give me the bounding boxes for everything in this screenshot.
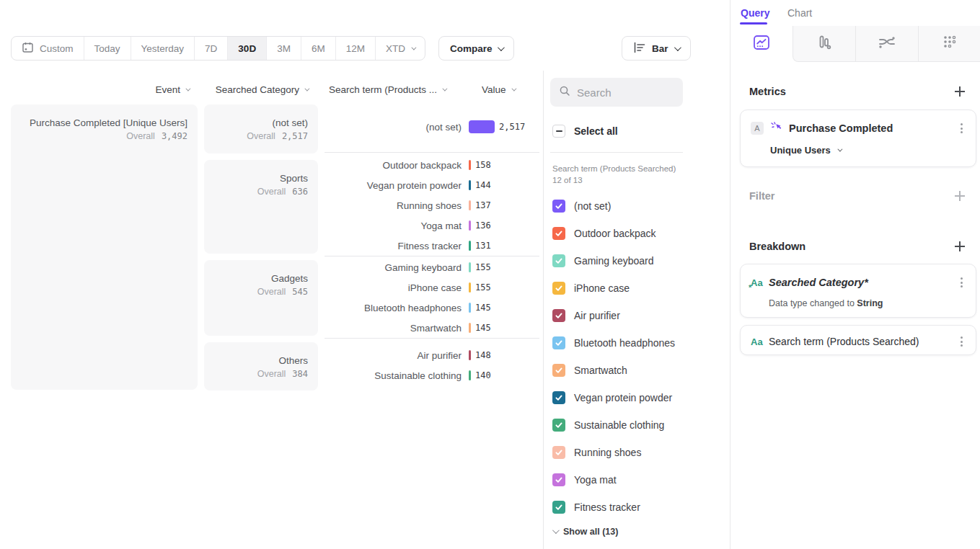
show-all-button[interactable]: Show all (13) [552,527,618,537]
add-filter-button[interactable] [954,190,966,202]
table-row[interactable]: Running shoes137 [325,195,539,215]
date-range-yesterday[interactable]: Yesterday [131,37,195,60]
value-text: 158 [475,160,491,170]
table-row[interactable]: (not set)2,517 [325,117,539,137]
date-range-3m[interactable]: 3M [267,37,301,60]
table-row[interactable]: Bluetooth headphones145 [325,298,539,318]
category-name: Gadgets [213,272,308,285]
column-header-category[interactable]: Searched Category [204,84,308,95]
category-cell[interactable]: OthersOverall384 [204,342,318,390]
date-range-custom[interactable]: Custom [12,37,84,60]
column-header-term[interactable]: Search term (Products ... [329,84,446,95]
filter-item-vegan-protein-powder[interactable]: Vegan protein powder [552,384,675,411]
breakdown-menu-kebab-icon[interactable] [958,334,966,349]
overall-label: Overall [126,131,155,141]
filter-item-outdoor-backpack[interactable]: Outdoor backpack [552,220,675,247]
date-range-label: Custom [40,43,74,54]
table-row[interactable]: Sustainable clothing140 [325,365,539,385]
breakdown-note: Data type changed to String [769,298,966,308]
breakdown-menu-kebab-icon[interactable] [958,274,966,290]
category-cell[interactable]: SportsOverall636 [204,160,318,254]
term-label: Yoga mat [325,220,462,231]
term-group-section: Air purifier148Sustainable clothing140 [325,339,539,393]
value-bar [469,120,495,133]
date-range-12m[interactable]: 12M [336,37,376,60]
checkbox-checked-icon [552,227,565,240]
table-row[interactable]: Smartwatch145 [325,318,539,338]
date-range-label: 7D [205,43,217,54]
filter-item--not-set-[interactable]: (not set) [552,192,675,220]
metric-menu-kebab-icon[interactable] [958,120,966,136]
category-overall: Overall2,517 [213,131,308,141]
breakdown-card-searched-category[interactable]: Aa* Searched Category* Data type changed… [740,264,976,318]
table-row[interactable]: Fitness tracker131 [325,236,539,256]
filter-item-gaming-keyboard[interactable]: Gaming keyboard [552,247,675,274]
date-range-toolbar: CustomTodayYesterday7D30D3M6M12MXTD Comp… [11,36,514,61]
filter-item-label: Yoga mat [574,474,617,486]
select-all-checkbox[interactable]: Select all [552,125,618,138]
overall-value: 636 [292,187,308,197]
filter-item-fitness-tracker[interactable]: Fitness tracker [552,494,675,521]
compare-button[interactable]: Compare [438,36,515,61]
term-label: Fitness tracker [325,241,462,251]
tab-flows[interactable] [855,26,918,62]
chevron-down-icon [837,147,842,152]
breakdown-card-search-term[interactable]: Aa Search term (Products Searched) [740,325,976,355]
filter-list-label: Search term (Products Searched) 12 of 13 [552,163,682,186]
table-row[interactable]: Gaming keyboard155 [325,257,539,277]
table-row[interactable]: Vegan protein powder144 [325,175,539,195]
tab-funnels[interactable] [793,26,855,62]
table-row[interactable]: Air purifier148 [325,345,539,365]
column-header-value[interactable]: Value [482,84,515,95]
date-range-today[interactable]: Today [84,37,131,60]
category-cell[interactable]: GadgetsOverall545 [204,260,318,336]
filter-checkbox-list: (not set)Outdoor backpackGaming keyboard… [552,192,675,521]
calendar-icon [22,41,34,55]
event-cell[interactable]: Purchase Completed [Unique Users] Overal… [11,104,198,390]
aggregation-dropdown[interactable]: Unique Users [770,145,966,156]
date-range-6m[interactable]: 6M [301,37,336,60]
overall-value: 3,492 [162,131,187,141]
table-row[interactable]: Yoga mat136 [325,215,539,236]
retention-icon [941,35,958,53]
category-cell[interactable]: (not set)Overall2,517 [204,104,318,153]
add-breakdown-button[interactable] [954,241,966,252]
value-bar [469,241,471,251]
term-label: iPhone case [325,282,462,293]
date-range-group: CustomTodayYesterday7D30D3M6M12MXTD [11,36,425,61]
breakdown-name: Searched Category* [769,277,868,288]
chart-type-button[interactable]: Bar [622,36,691,61]
table-row[interactable]: iPhone case155 [325,277,539,298]
insights-icon [753,35,770,53]
filter-item-bluetooth-headphones[interactable]: Bluetooth headphones [552,329,675,357]
value-text: 140 [475,370,491,380]
value-bar [469,282,471,293]
filter-item-iphone-case[interactable]: iPhone case [552,274,675,302]
term-label: (not set) [325,122,462,133]
value-text: 144 [475,180,491,190]
date-range-label: 3M [277,43,291,54]
tab-insights[interactable] [730,26,793,62]
term-group-section: Gaming keyboard155iPhone case155Bluetoot… [325,256,539,339]
search-input[interactable] [577,86,671,99]
tab-chart[interactable]: Chart [787,7,812,19]
term-label: Vegan protein powder [325,180,462,191]
column-header-event[interactable]: Event [11,84,189,95]
date-range-30d[interactable]: 30D [228,37,267,60]
add-metric-button[interactable] [954,86,966,97]
tab-retention[interactable] [918,26,980,62]
metric-card[interactable]: A Purchase Completed Unique Users [740,110,976,167]
filter-item-yoga-mat[interactable]: Yoga mat [552,466,675,494]
search-box[interactable] [550,78,683,107]
chevron-down-icon [498,44,505,51]
tab-query[interactable]: Query [741,7,769,19]
filter-item-smartwatch[interactable]: Smartwatch [552,357,675,384]
value-text: 136 [475,220,491,231]
filter-item-air-purifier[interactable]: Air purifier [552,302,675,329]
filter-item-sustainable-clothing[interactable]: Sustainable clothing [552,411,675,439]
date-range-7d[interactable]: 7D [195,37,228,60]
date-range-xtd[interactable]: XTD [376,37,425,60]
table-row[interactable]: Outdoor backpack158 [325,155,539,175]
filter-item-running-shoes[interactable]: Running shoes [552,439,675,466]
value-text: 2,517 [499,122,525,132]
